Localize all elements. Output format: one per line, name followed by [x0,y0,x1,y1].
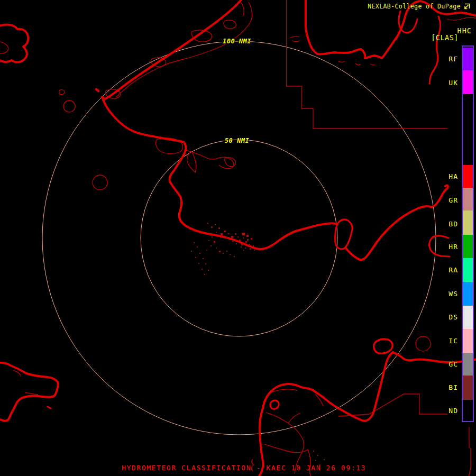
range-ring-50nmi [141,140,337,336]
legend-label-ws: WS [448,290,458,298]
legend-label-bd: BD [448,220,458,228]
header: NEXLAB-College of DuPage [368,3,470,10]
shoal-dots [191,223,325,468]
inner-ring-label: 50 NMI [225,137,250,144]
outer-ring-label: 100 NMI [223,38,251,45]
legend-label-bi: BI [448,383,458,391]
legend-bar [462,45,474,422]
loop-icon[interactable] [463,3,470,10]
legend-segment-ds [463,306,473,329]
legend-label-hr: HR [448,243,458,251]
legend-segment-bi [463,376,473,400]
map-canvas: 100 NMI 50 NMI [0,0,476,476]
legend-label-gc: GC [448,360,458,368]
legend-segment-hr [463,235,473,258]
legend-segment-nd [463,400,473,420]
legend-label-ha: HA [448,172,458,180]
range-rings [42,41,436,435]
legend-segment-rf [463,48,473,70]
map-detail-lines [0,0,476,476]
product-mode: [CLAS] [431,33,459,42]
coastlines [0,0,476,476]
legend-segment-ha [463,165,473,188]
legend-label-uk: UK [448,79,458,87]
legend-segment-ws [463,282,473,306]
legend-label-nd: ND [448,407,458,415]
status-caption: HYDROMETEOR CLASSIFICATION - KAEC 10 JAN… [122,464,366,472]
legend-label-ra: RA [448,266,458,274]
range-ring-100nmi [42,41,436,435]
legend-segment-ra [463,258,473,282]
legend-segment-ic [463,329,473,353]
page-title: NEXLAB-College of DuPage [368,3,461,10]
legend-label-ds: DS [448,313,458,321]
legend-segment-gc [463,353,473,376]
legend-label-gr: GR [448,196,458,204]
legend-label-ic: IC [448,337,458,345]
legend-label-rf: RF [448,55,458,63]
legend-segment-bd [463,210,473,235]
radar-display: 100 NMI 50 NMI NEXLAB-College of DuPage … [0,0,476,476]
product-code: HHC [457,26,472,35]
legend-segment-uk [463,70,473,94]
legend-segment-gr [463,188,473,210]
